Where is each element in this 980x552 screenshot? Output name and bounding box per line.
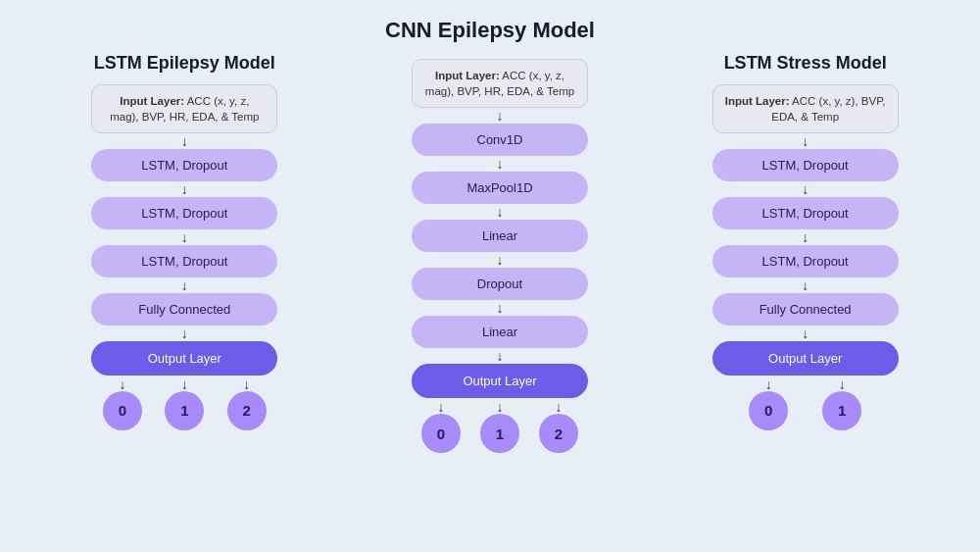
lstm-stress-layer-1: LSTM, Dropout (712, 149, 899, 181)
arrow-1: ↓ (181, 133, 188, 149)
lstm-stress-layer-3: LSTM, Dropout (712, 245, 899, 277)
lstm-epilepsy-layer-4: Fully Connected (91, 293, 277, 326)
cnn-arrow-6: ↓ (496, 348, 503, 364)
lstm-epilepsy-layer-2: LSTM, Dropout (91, 197, 277, 229)
page-title: CNN Epilepsy Model (0, 0, 980, 43)
lstm-epilepsy-input-label: Input Layer: (120, 95, 184, 107)
lstm-epilepsy-output: Output Layer (91, 341, 277, 376)
cnn-layer-1: Conv1D (412, 124, 588, 156)
cnn-out-arrow-0: ↓ (437, 400, 444, 414)
output-node-2: 2 (227, 391, 267, 430)
cnn-layer-5: Linear (412, 316, 588, 348)
stress-out-arrow-0: ↓ (765, 377, 772, 391)
out-arrow-1: ↓ (181, 377, 188, 391)
arrow-3: ↓ (181, 229, 188, 245)
cnn-output-arrow-item-0: ↓ 0 (421, 400, 461, 453)
models-container: LSTM Epilepsy Model Input Layer: ACC (x,… (0, 53, 980, 453)
out-arrow-2: ↓ (243, 377, 250, 391)
cnn-out-arrow-2: ↓ (555, 400, 562, 414)
cnn-arrow-2: ↓ (496, 156, 503, 172)
lstm-epilepsy-layer-1: LSTM, Dropout (91, 149, 277, 181)
stress-output-node-1: 1 (822, 391, 861, 430)
cnn-arrow-1: ↓ (496, 108, 503, 124)
stress-arrow-2: ↓ (802, 181, 808, 197)
lstm-stress-output: Output Layer (712, 341, 899, 376)
lstm-epilepsy-title: LSTM Epilepsy Model (94, 53, 275, 75)
cnn-out-arrow-1: ↓ (496, 400, 503, 414)
arrow-5: ↓ (181, 326, 188, 341)
cnn-layer-2: MaxPool1D (412, 172, 588, 204)
lstm-stress-title: LSTM Stress Model (724, 53, 887, 75)
output-arrow-item-0: ↓ 0 (103, 377, 142, 430)
cnn-arrow-4: ↓ (496, 252, 503, 268)
cnn-epilepsy-output-arrows: ↓ 0 ↓ 1 ↓ 2 (412, 400, 588, 453)
cnn-layer-3: Linear (412, 220, 588, 252)
lstm-stress-input-box: Input Layer: ACC (x, y, z), BVP, EDA, & … (712, 84, 899, 133)
cnn-output-arrow-item-1: ↓ 1 (480, 400, 519, 453)
stress-output-node-0: 0 (749, 391, 788, 430)
stress-arrow-3: ↓ (802, 229, 808, 245)
output-arrow-item-2: ↓ 2 (227, 377, 267, 430)
stress-out-arrow-1: ↓ (839, 377, 846, 391)
lstm-stress-output-arrows: ↓ 0 ↓ 1 (732, 377, 879, 430)
cnn-output-node-0: 0 (421, 414, 461, 453)
stress-output-arrow-item-0: ↓ 0 (749, 377, 788, 430)
stress-arrow-4: ↓ (802, 277, 808, 293)
lstm-epilepsy-output-arrows: ↓ 0 ↓ 1 ↓ 2 (91, 377, 277, 430)
lstm-epilepsy-layer-3: LSTM, Dropout (91, 245, 277, 277)
stress-output-arrow-item-1: ↓ 1 (822, 377, 861, 430)
cnn-output-arrow-item-2: ↓ 2 (539, 400, 578, 453)
lstm-stress-layer-2: LSTM, Dropout (712, 197, 899, 229)
cnn-epilepsy-input-box: Input Layer: ACC (x, y, z, mag), BVP, HR… (412, 59, 588, 108)
out-arrow-0: ↓ (119, 377, 125, 391)
lstm-epilepsy-column: LSTM Epilepsy Model Input Layer: ACC (x,… (57, 53, 312, 430)
lstm-stress-column: LSTM Stress Model Input Layer: ACC (x, y… (688, 53, 923, 430)
stress-arrow-5: ↓ (802, 326, 808, 341)
lstm-stress-input-label: Input Layer: (725, 95, 790, 107)
output-arrow-item-1: ↓ 1 (165, 377, 204, 430)
lstm-epilepsy-input-box: Input Layer: ACC (x, y, z, mag), BVP, HR… (91, 84, 277, 133)
cnn-output-node-1: 1 (480, 414, 519, 453)
output-node-0: 0 (103, 391, 142, 430)
cnn-arrow-3: ↓ (496, 204, 503, 220)
cnn-epilepsy-column: Input Layer: ACC (x, y, z, mag), BVP, HR… (387, 53, 612, 453)
cnn-output-node-2: 2 (539, 414, 578, 453)
cnn-epilepsy-output: Output Layer (412, 364, 588, 398)
arrow-4: ↓ (181, 277, 188, 293)
arrow-2: ↓ (181, 181, 188, 197)
output-node-1: 1 (165, 391, 204, 430)
lstm-stress-layer-4: Fully Connected (712, 293, 899, 326)
cnn-layer-4: Dropout (412, 268, 588, 300)
stress-arrow-1: ↓ (802, 133, 808, 149)
cnn-arrow-5: ↓ (496, 300, 503, 316)
cnn-epilepsy-input-label: Input Layer: (435, 70, 500, 81)
